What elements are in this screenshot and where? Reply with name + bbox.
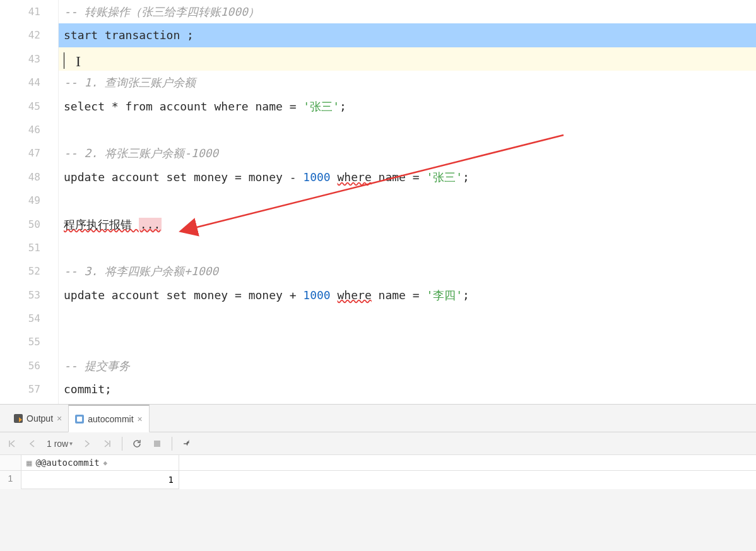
tab-label: Output xyxy=(27,413,53,424)
table-row[interactable]: 1 1 xyxy=(0,471,756,489)
last-page-button[interactable] xyxy=(99,435,115,452)
code-line[interactable]: update account set money = money + 1000 … xyxy=(64,283,756,307)
line-number: 54 xyxy=(0,307,40,330)
toolbar-separator xyxy=(122,437,122,451)
column-header[interactable]: ▦ @@autocommit ◆ xyxy=(21,455,179,470)
line-number: 49 xyxy=(0,189,40,212)
code-line-current[interactable]: I xyxy=(59,47,756,71)
rows-count-dropdown[interactable]: 1 row ▾ xyxy=(44,439,75,449)
line-number: 52 xyxy=(0,259,40,283)
line-number: 48 xyxy=(0,165,40,189)
code-line[interactable]: update account set money = money - 1000 … xyxy=(64,165,756,189)
code-line[interactable] xyxy=(64,236,756,259)
line-gutter: 41 42 43 44 45 46 47 48 49 50 51 52 53 5… xyxy=(0,0,59,404)
toolbar-separator xyxy=(172,437,172,451)
stop-button[interactable] xyxy=(149,435,165,452)
code-line[interactable]: -- 提交事务 xyxy=(64,354,756,377)
tab-autocommit[interactable]: autocommit × xyxy=(68,405,150,432)
code-line[interactable]: select * from account where name = '张三'; xyxy=(64,95,756,118)
line-number: 44 xyxy=(0,71,40,94)
row-number-header xyxy=(0,455,21,470)
line-number: 57 xyxy=(0,377,40,401)
code-line[interactable] xyxy=(64,118,756,141)
bottom-panel: Output × autocommit × 1 row ▾ xyxy=(0,404,756,551)
line-number: 56 xyxy=(0,354,40,377)
result-toolbar: 1 row ▾ xyxy=(0,432,756,455)
code-editor[interactable]: 41 42 43 44 45 46 47 48 49 50 51 52 53 5… xyxy=(0,0,756,404)
code-line[interactable]: commit; xyxy=(64,377,756,401)
code-line[interactable]: 程序执行报错 ... xyxy=(64,213,756,236)
column-name: @@autocommit xyxy=(35,458,99,468)
sort-icon[interactable]: ◆ xyxy=(103,459,108,467)
line-number: 43 xyxy=(0,47,40,71)
reload-button[interactable] xyxy=(129,435,145,452)
result-grid[interactable]: ▦ @@autocommit ◆ 1 1 xyxy=(0,455,756,489)
pin-button[interactable] xyxy=(179,435,195,452)
svg-rect-1 xyxy=(154,441,160,447)
code-line[interactable]: -- 3. 将李四账户余额+1000 xyxy=(64,259,756,283)
panel-tabs: Output × autocommit × xyxy=(0,405,756,432)
code-line[interactable]: -- 转账操作（张三给李四转账1000） xyxy=(64,0,756,23)
line-number: 55 xyxy=(0,330,40,353)
line-number: 50 xyxy=(0,213,40,236)
row-number: 1 xyxy=(0,471,21,489)
code-line[interactable] xyxy=(64,307,756,330)
first-page-button[interactable] xyxy=(4,435,20,452)
prev-page-button[interactable] xyxy=(24,435,40,452)
output-icon xyxy=(14,414,23,423)
code-line[interactable] xyxy=(64,189,756,212)
text-cursor xyxy=(64,52,64,69)
chevron-down-icon: ▾ xyxy=(69,440,73,447)
line-number: 53 xyxy=(0,283,40,307)
cell-value[interactable]: 1 xyxy=(21,471,179,489)
tab-output[interactable]: Output × xyxy=(8,405,68,432)
column-type-icon: ▦ xyxy=(27,458,32,468)
close-icon[interactable]: × xyxy=(57,413,62,424)
code-line-selected[interactable]: start transaction ; xyxy=(59,23,756,47)
code-line[interactable]: -- 1. 查询张三账户余额 xyxy=(64,71,756,94)
line-number: 51 xyxy=(0,236,40,259)
code-line[interactable]: -- 2. 将张三账户余额-1000 xyxy=(64,141,756,165)
code-line[interactable] xyxy=(64,330,756,353)
code-area[interactable]: -- 转账操作（张三给李四转账1000） start transaction ;… xyxy=(59,0,756,404)
line-number: 47 xyxy=(0,141,40,165)
next-page-button[interactable] xyxy=(79,435,95,452)
close-icon[interactable]: × xyxy=(138,414,143,424)
line-number: 41 xyxy=(0,0,40,23)
grid-header: ▦ @@autocommit ◆ xyxy=(0,455,756,471)
ibeam-cursor-icon: I xyxy=(66,50,81,73)
tab-label: autocommit xyxy=(88,414,133,424)
line-number: 45 xyxy=(0,95,40,118)
table-icon xyxy=(75,415,84,424)
line-number: 42 xyxy=(0,23,40,47)
line-number: 46 xyxy=(0,118,40,141)
